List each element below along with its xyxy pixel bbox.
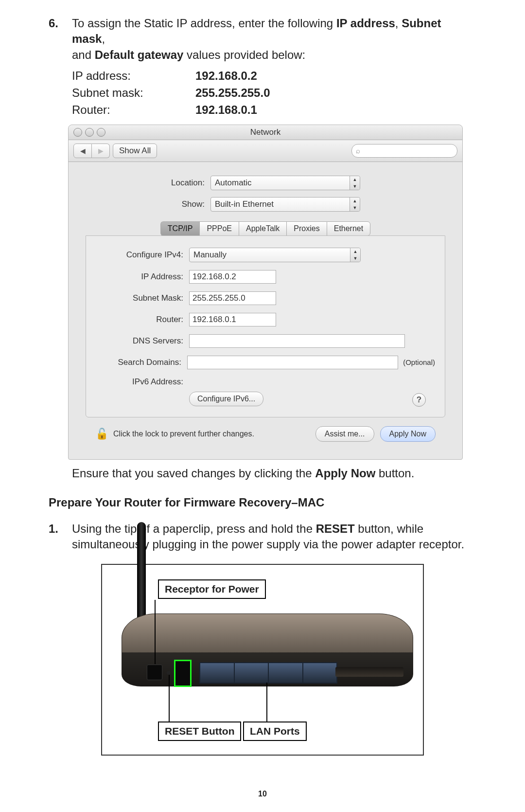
step-1: 1. Using the tip of a paperclip, press a… — [49, 521, 476, 553]
step-6-text: To assign the Static IP address, enter t… — [72, 16, 476, 63]
subnet-mask-input[interactable]: 255.255.255.0 — [189, 291, 276, 305]
titlebar: Network — [69, 125, 462, 140]
receptor-label: Receptor for Power — [158, 579, 266, 599]
nav-buttons: ◀ ▶ — [73, 144, 110, 158]
tab-tcpip[interactable]: TCP/IP — [160, 221, 200, 236]
step-1-text: Using the tip of a paperclip, press and … — [72, 521, 464, 553]
power-receptor — [147, 665, 162, 680]
prepare-heading: Prepare Your Router for Firmware Recover… — [49, 496, 476, 509]
step-6: 6. To assign the Static IP address, ente… — [49, 16, 476, 63]
step-number: 1. — [49, 521, 72, 553]
ip-address-label: IP Address: — [96, 272, 189, 282]
tab-ethernet[interactable]: Ethernet — [327, 221, 370, 236]
lock-icon[interactable]: 🔓 — [95, 428, 108, 440]
lead-line — [266, 683, 267, 722]
chevron-up-down-icon: ▲▼ — [350, 248, 360, 262]
ip-address-value: 192.168.0.2 — [195, 68, 257, 85]
step-number: 6. — [49, 16, 72, 63]
after-window-text: Ensure that you saved changes by clickin… — [72, 467, 476, 480]
search-input[interactable]: ⌕ — [351, 144, 457, 158]
window-title: Network — [250, 127, 280, 137]
back-button[interactable]: ◀ — [73, 144, 92, 158]
router-label: Router: — [72, 102, 195, 119]
ipv6-address-label: IPv6 Address: — [96, 377, 189, 387]
router-input[interactable]: 192.168.0.1 — [189, 313, 276, 326]
location-select[interactable]: Automatic ▲▼ — [210, 176, 360, 190]
optional-label: (Optional) — [403, 358, 435, 366]
dns-servers-input[interactable] — [189, 334, 405, 348]
assist-me-button[interactable]: Assist me... — [315, 426, 374, 442]
ip-address-input[interactable]: 192.168.0.2 — [189, 270, 276, 284]
lead-line — [169, 675, 170, 722]
router-value: 192.168.0.1 — [195, 102, 257, 119]
tcpip-panel: Configure IPv4: Manually ▲▼ IP Address: … — [86, 235, 445, 417]
tab-appletalk[interactable]: AppleTalk — [239, 221, 286, 236]
lan-ports — [199, 662, 337, 684]
chevron-up-down-icon: ▲▼ — [350, 176, 360, 190]
dns-servers-label: DNS Servers: — [96, 336, 189, 346]
tab-proxies[interactable]: Proxies — [286, 221, 326, 236]
card-slot — [335, 667, 403, 677]
search-domains-label: Search Domains: — [96, 358, 187, 367]
minimize-icon[interactable] — [85, 128, 94, 137]
window-footer: 🔓 Click the lock to prevent further chan… — [86, 417, 445, 449]
router-label: Router: — [96, 315, 189, 325]
lan-ports-label: LAN Ports — [243, 722, 307, 741]
lock-message: Click the lock to prevent further change… — [113, 430, 254, 438]
location-label: Location: — [149, 178, 210, 188]
subnet-mask-value: 255.255.255.0 — [195, 85, 270, 102]
zoom-icon[interactable] — [97, 128, 105, 137]
chevron-up-down-icon: ▲▼ — [350, 198, 360, 211]
search-domains-input[interactable] — [187, 356, 398, 369]
show-select[interactable]: Built-in Ethernet ▲▼ — [210, 197, 360, 212]
lead-line — [155, 600, 156, 664]
tab-bar: TCP/IP PPPoE AppleTalk Proxies Ethernet — [86, 221, 445, 236]
configure-ipv6-button[interactable]: Configure IPv6... — [189, 392, 263, 406]
apply-now-button[interactable]: Apply Now — [380, 426, 436, 442]
static-ip-table: IP address:192.168.0.2 Subnet mask:255.2… — [72, 68, 476, 118]
subnet-mask-label: Subnet mask: — [72, 85, 195, 102]
ip-address-label: IP address: — [72, 68, 195, 85]
reset-label: RESET Button — [158, 722, 241, 741]
network-window: Network ◀ ▶ Show All ⌕ Location: Automat… — [68, 125, 463, 460]
forward-button[interactable]: ▶ — [92, 144, 110, 158]
show-label: Show: — [149, 199, 210, 209]
search-icon: ⌕ — [356, 146, 360, 155]
configure-ipv4-label: Configure IPv4: — [96, 250, 189, 260]
help-button[interactable]: ? — [412, 393, 426, 407]
router-figure: Receptor for Power RESET Button LAN Port… — [101, 564, 424, 756]
page-number: 10 — [0, 790, 525, 798]
usb-port — [174, 660, 192, 687]
show-all-button[interactable]: Show All — [113, 144, 157, 158]
configure-ipv4-select[interactable]: Manually ▲▼ — [189, 248, 361, 262]
traffic-lights[interactable] — [73, 128, 105, 137]
subnet-mask-label: Subnet Mask: — [96, 293, 189, 303]
close-icon[interactable] — [73, 128, 82, 137]
toolbar: ◀ ▶ Show All ⌕ — [69, 140, 462, 162]
tab-pppoe[interactable]: PPPoE — [199, 221, 239, 236]
